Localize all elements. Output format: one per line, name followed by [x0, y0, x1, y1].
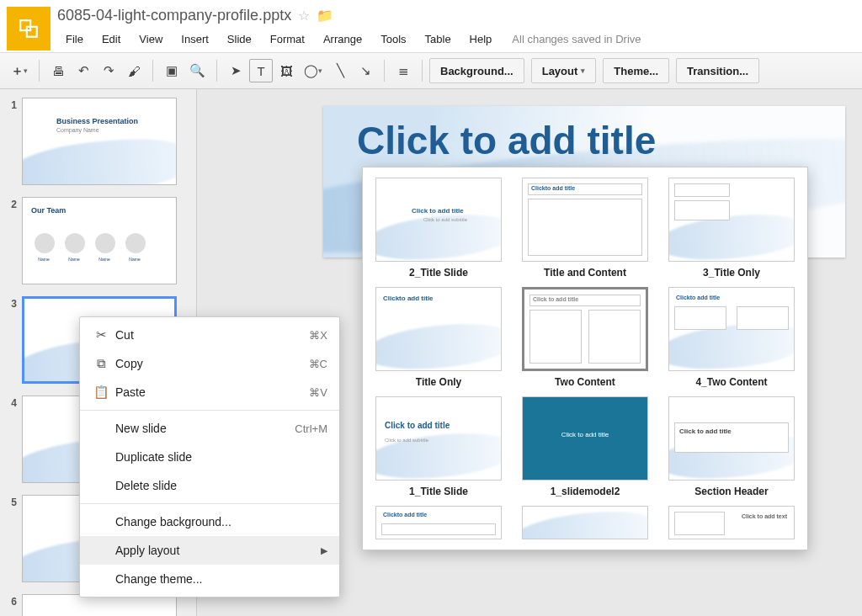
layout-label: 1_Title Slide: [409, 486, 468, 497]
layout-option-selected[interactable]: Click to add title: [522, 287, 648, 371]
arrow-icon[interactable]: ↘: [354, 59, 377, 82]
menu-arrange[interactable]: Arrange: [315, 29, 370, 49]
title-placeholder[interactable]: Click to add title: [357, 118, 656, 163]
menu-table[interactable]: Table: [417, 29, 460, 49]
paint-format-icon[interactable]: 🖌: [122, 59, 146, 82]
layout-submenu: Click to add titleClick to add subtitle2…: [362, 167, 808, 550]
layout-label: 1_slidemodel2: [551, 486, 620, 497]
svg-rect-0: [20, 20, 30, 30]
layout-option[interactable]: Clickto add title: [375, 506, 502, 539]
document-title[interactable]: 6085-04-light-company-profile.pptx: [57, 7, 291, 24]
line-icon[interactable]: ╲: [328, 59, 352, 82]
theme-button[interactable]: Theme...: [603, 58, 669, 83]
transition-button[interactable]: Transition...: [676, 58, 759, 83]
cm-duplicate-slide[interactable]: Duplicate slide: [80, 443, 339, 471]
cm-cut[interactable]: ✂Cut⌘X: [80, 321, 339, 349]
menu-format[interactable]: Format: [262, 29, 313, 49]
layout-label: 3_Title Only: [703, 267, 760, 279]
layout-button[interactable]: Layout▾: [531, 58, 597, 83]
layout-option[interactable]: Click to add text: [668, 506, 795, 539]
cm-new-slide[interactable]: New slideCtrl+M: [80, 414, 339, 443]
layout-option[interactable]: Clickto add title: [668, 287, 795, 371]
cm-change-background[interactable]: Change background...: [80, 507, 339, 536]
menu-edit[interactable]: Edit: [93, 29, 129, 49]
menu-slide[interactable]: Slide: [219, 29, 260, 49]
layout-label: Two Content: [555, 376, 615, 388]
redo-icon[interactable]: ↷: [97, 59, 120, 82]
cm-copy[interactable]: ⧉Copy⌘C: [80, 349, 339, 378]
shape-icon[interactable]: ◯▾: [300, 59, 327, 82]
zoom-icon[interactable]: 🔍: [185, 59, 210, 82]
select-icon[interactable]: ➤: [224, 59, 247, 82]
cm-change-theme[interactable]: Change theme...: [80, 565, 339, 593]
layout-option[interactable]: Click to add title: [522, 396, 648, 481]
slide-number: 5: [5, 495, 17, 508]
layout-option[interactable]: Click to add titleClick to add subtitle: [375, 178, 502, 262]
layout-option[interactable]: [522, 506, 648, 539]
zoom-fit-icon[interactable]: ▣: [160, 59, 184, 82]
clipboard-icon: 📋: [92, 385, 110, 400]
layout-label: 2_Title Slide: [409, 267, 468, 279]
textbox-icon[interactable]: T: [249, 59, 273, 82]
print-icon[interactable]: 🖶: [46, 59, 70, 82]
layout-option[interactable]: Click to add title: [668, 396, 795, 481]
menu-insert[interactable]: Insert: [173, 29, 217, 49]
header: 6085-04-light-company-profile.pptx ☆ 📁 F…: [0, 0, 862, 52]
image-icon[interactable]: 🖼: [274, 59, 298, 82]
star-icon[interactable]: ☆: [298, 8, 310, 24]
cm-delete-slide[interactable]: Delete slide: [80, 471, 339, 500]
toolbar: ＋▾ 🖶 ↶ ↷ 🖌 ▣ 🔍 ➤ T 🖼 ◯▾ ╲ ↘ ≣ Background…: [0, 52, 862, 89]
context-menu: ✂Cut⌘X ⧉Copy⌘C 📋Paste⌘V New slideCtrl+M …: [79, 316, 340, 597]
slide-thumb-2[interactable]: Our Team NameNameNameName: [22, 197, 177, 284]
menu-view[interactable]: View: [130, 29, 171, 49]
cm-apply-layout[interactable]: Apply layout▶: [80, 536, 339, 565]
slides-logo: [7, 7, 51, 50]
menu-tools[interactable]: Tools: [372, 29, 414, 49]
copy-icon: ⧉: [92, 356, 110, 371]
layout-option[interactable]: Clickto add title: [375, 287, 502, 371]
layout-option[interactable]: [668, 178, 795, 262]
scissors-icon: ✂: [92, 327, 110, 343]
layout-label: 4_Two Content: [695, 376, 767, 388]
chevron-right-icon: ▶: [321, 545, 327, 556]
folder-icon[interactable]: 📁: [317, 8, 333, 24]
cm-paste[interactable]: 📋Paste⌘V: [80, 378, 339, 406]
layout-label: Title and Content: [544, 267, 626, 279]
layout-label: Section Header: [694, 486, 768, 497]
save-status: All changes saved in Drive: [502, 29, 651, 49]
slide-thumb-1[interactable]: Business PresentationCompany Name: [22, 98, 177, 185]
undo-icon[interactable]: ↶: [72, 59, 95, 82]
background-button[interactable]: Background...: [429, 58, 524, 83]
comment-icon[interactable]: ≣: [391, 59, 415, 82]
slide-number: 1: [5, 98, 17, 111]
layout-option[interactable]: Clickto add title: [522, 178, 648, 262]
layout-option[interactable]: Click to add titleClick to add subtitle: [375, 396, 502, 481]
slide-number: 6: [5, 594, 17, 608]
svg-rect-1: [27, 27, 37, 37]
slide-number: 4: [5, 396, 17, 409]
new-slide-button[interactable]: ＋▾: [7, 59, 32, 82]
slide-number: 3: [5, 296, 17, 310]
slide-number: 2: [5, 197, 17, 210]
layout-label: Title Only: [416, 376, 461, 388]
menu-bar: File Edit View Insert Slide Format Arran…: [57, 29, 862, 49]
menu-file[interactable]: File: [57, 29, 92, 49]
menu-help[interactable]: Help: [461, 29, 501, 49]
